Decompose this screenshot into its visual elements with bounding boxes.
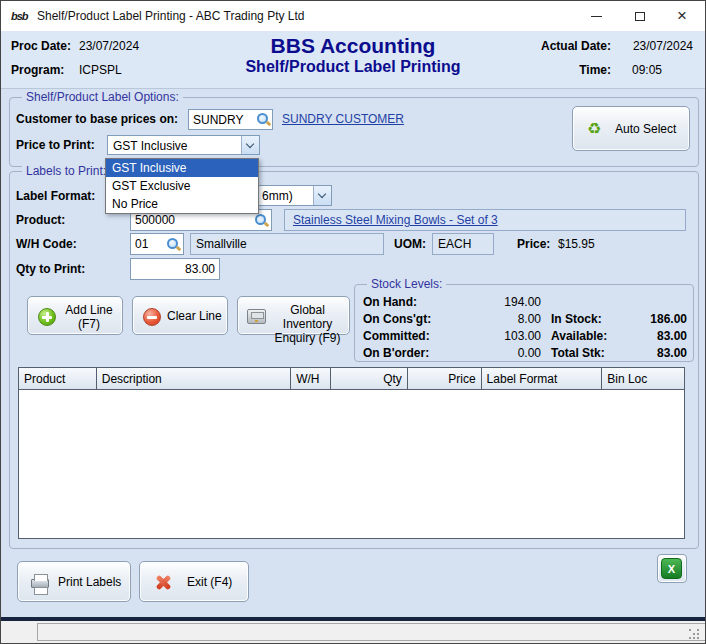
global-inventory-label-line2: Enquiry (F9) <box>274 331 340 345</box>
price-to-print-label: Price to Print: <box>16 138 95 152</box>
qty-to-print-input[interactable] <box>130 258 220 280</box>
wh-lookup-icon[interactable] <box>165 236 181 252</box>
print-labels-button[interactable]: Print Labels <box>17 561 131 602</box>
table-body-empty <box>19 390 684 538</box>
actual-date-label: Actual Date: <box>541 39 611 53</box>
minimize-icon <box>591 16 602 17</box>
app-icon: bsb <box>11 7 31 25</box>
price-option-no-price[interactable]: No Price <box>106 195 258 213</box>
auto-select-button[interactable]: ♻ Auto Select <box>572 106 690 151</box>
wh-code-label: W/H Code: <box>16 237 77 251</box>
chevron-down-icon <box>318 190 326 198</box>
customer-name-link[interactable]: SUNDRY CUSTOMER <box>282 112 404 126</box>
red-x-icon <box>155 574 172 591</box>
card-file-icon <box>247 309 266 324</box>
stock-row-value2: 186.00 <box>607 312 687 326</box>
stock-levels-group: Stock Levels: On Hand: 194.00 On Cons'gt… <box>354 284 694 362</box>
options-group: Shelf/Product Label Options: Customer to… <box>9 97 699 167</box>
price-to-print-combobox[interactable]: GST Inclusive <box>107 135 260 155</box>
close-button[interactable]: × <box>661 1 703 31</box>
global-inventory-label-line1: Global Inventory <box>283 303 332 331</box>
close-icon: × <box>677 1 687 31</box>
uom-label: UOM: <box>394 237 426 251</box>
product-description-box: Stainless Steel Mixing Bowls - Set of 3 <box>284 209 686 231</box>
maximize-icon <box>635 12 645 21</box>
qty-to-print-label: Qty to Print: <box>16 262 85 276</box>
clear-line-button[interactable]: Clear Line <box>132 296 228 335</box>
column-header-bin-loc[interactable]: Bin Loc <box>602 368 684 390</box>
time-label: Time: <box>579 63 611 77</box>
stock-row-value: 8.00 <box>455 312 541 326</box>
product-label: Product: <box>16 213 65 227</box>
chevron-down-icon <box>246 140 254 148</box>
stock-row-value: 0.00 <box>455 346 541 360</box>
window-title: Shelf/Product Label Printing - ABC Tradi… <box>37 1 304 31</box>
price-to-print-value: GST Inclusive <box>113 139 187 153</box>
clear-line-label: Clear Line <box>167 297 222 336</box>
add-line-label-line1: Add Line <box>65 303 112 317</box>
price-to-print-dropdown-button[interactable] <box>241 136 259 154</box>
global-inventory-label: Global Inventory Enquiry (F9) <box>268 303 347 345</box>
add-line-button[interactable]: Add Line (F7) <box>27 296 123 335</box>
global-inventory-enquiry-button[interactable]: Global Inventory Enquiry (F9) <box>237 296 350 335</box>
stock-row-value2: 83.00 <box>607 329 687 343</box>
stock-row-value2: 83.00 <box>607 346 687 360</box>
stock-row-label2: Total Stk: <box>551 346 605 360</box>
print-labels-label: Print Labels <box>58 562 121 603</box>
label-format-label: Label Format: <box>16 189 95 203</box>
auto-select-label: Auto Select <box>615 107 676 152</box>
price-label: Price: <box>517 237 550 251</box>
printer-icon <box>31 579 49 588</box>
customer-label: Customer to base prices on: <box>16 112 178 126</box>
add-line-label: Add Line (F7) <box>60 303 118 331</box>
customer-lookup-icon[interactable] <box>255 111 271 127</box>
stock-row-label2: Available: <box>551 329 607 343</box>
price-to-print-dropdown-list: GST Inclusive GST Exclusive No Price <box>105 158 259 214</box>
column-header-product[interactable]: Product <box>19 368 97 390</box>
minimize-button[interactable] <box>575 1 617 31</box>
table-header-row: Product Description W/H Qty Price Label … <box>19 368 684 390</box>
label-lines-table: Product Description W/H Qty Price Label … <box>18 367 685 539</box>
statusbar-panel <box>37 623 706 641</box>
options-group-title: Shelf/Product Label Options: <box>22 90 183 104</box>
column-header-label-format[interactable]: Label Format <box>482 368 603 390</box>
time-value: 09:05 <box>632 63 662 77</box>
product-lookup-icon[interactable] <box>253 212 269 228</box>
titlebar: bsb Shelf/Product Label Printing - ABC T… <box>1 1 705 31</box>
excel-icon: X <box>661 558 682 579</box>
minus-circle-icon <box>143 308 161 326</box>
add-line-label-line2: (F7) <box>78 317 100 331</box>
exit-label: Exit (F4) <box>187 562 232 603</box>
plus-circle-icon <box>38 308 56 326</box>
price-value: $15.95 <box>558 237 595 251</box>
price-option-gst-inclusive[interactable]: GST Inclusive <box>106 159 258 177</box>
labels-group-title: Labels to Print: <box>22 164 110 178</box>
label-format-dropdown-button[interactable] <box>313 186 331 205</box>
resize-grip[interactable] <box>689 629 700 640</box>
export-excel-button[interactable]: X <box>657 554 687 583</box>
maximize-button[interactable] <box>619 1 661 31</box>
header: Proc Date: 23/07/2024 Program: ICPSPL BB… <box>1 31 705 89</box>
stock-row-value: 194.00 <box>455 295 541 309</box>
stock-row-label: On Cons'gt: <box>363 312 431 326</box>
column-header-qty[interactable]: Qty <box>331 368 408 390</box>
statusbar <box>1 621 705 644</box>
product-description-link[interactable]: Stainless Steel Mixing Bowls - Set of 3 <box>293 213 498 227</box>
column-header-description[interactable]: Description <box>97 368 291 390</box>
app-window: bsb Shelf/Product Label Printing - ABC T… <box>0 0 706 644</box>
uom-field: EACH <box>432 233 494 255</box>
column-header-wh[interactable]: W/H <box>291 368 331 390</box>
recycle-icon: ♻ <box>587 121 601 137</box>
stock-levels-title: Stock Levels: <box>367 277 446 291</box>
stock-row-label: On B'order: <box>363 346 429 360</box>
label-format-value: 6mm) <box>262 189 293 203</box>
column-header-price[interactable]: Price <box>408 368 482 390</box>
stock-row-label: Committed: <box>363 329 430 343</box>
wh-name-field: Smallville <box>190 233 384 255</box>
stock-row-label: On Hand: <box>363 295 417 309</box>
stock-row-value: 103.00 <box>455 329 541 343</box>
stock-row-label2: In Stock: <box>551 312 602 326</box>
exit-button[interactable]: Exit (F4) <box>139 561 249 602</box>
price-option-gst-exclusive[interactable]: GST Exclusive <box>106 177 258 195</box>
actual-date-value: 23/07/2024 <box>633 39 693 53</box>
